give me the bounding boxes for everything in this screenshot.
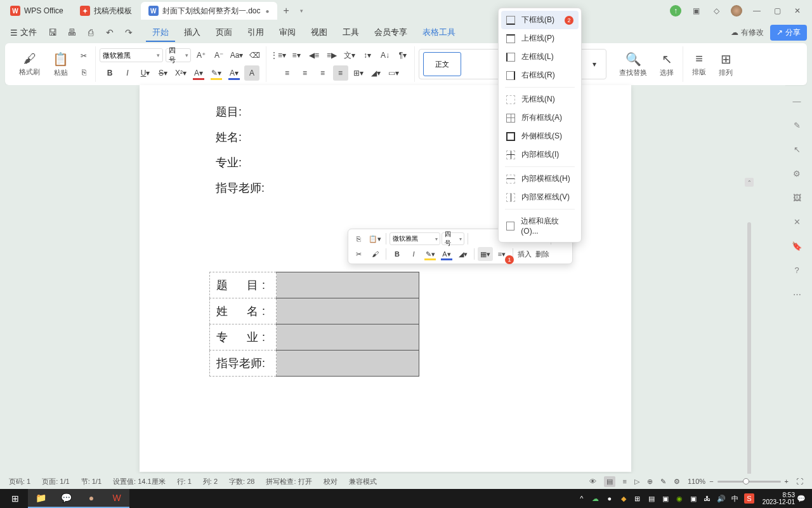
border-none-item[interactable]: 无框线(N) — [499, 90, 581, 109]
font-size-select[interactable]: 四号 — [166, 48, 191, 62]
view-page-icon[interactable]: ▤ — [604, 476, 615, 487]
revision-button[interactable]: ☁ 有修改 — [731, 27, 764, 38]
ft-size-select[interactable]: 四号 — [442, 232, 464, 245]
arrange-button[interactable]: ⊞ 排列 — [714, 49, 738, 80]
ft-paste-button[interactable]: 📋▾ — [367, 232, 383, 246]
view-read-icon[interactable]: ▷ — [634, 478, 639, 486]
scroll-thumb[interactable] — [747, 222, 751, 489]
border-dialog-item[interactable]: 边框和底纹(O)... — [499, 212, 581, 239]
status-words[interactable]: 字数: 28 — [229, 477, 254, 486]
ft-highlight-button[interactable]: ✎▾ — [422, 247, 438, 261]
status-proof[interactable]: 校对 — [324, 477, 337, 486]
taskbar-clock[interactable]: 8:53 2023-12-01 — [763, 491, 795, 505]
taskbar-wps[interactable]: W — [104, 489, 129, 508]
cut-button[interactable]: ✂ — [76, 48, 91, 64]
table-cell-label[interactable]: 题 目: — [210, 272, 277, 298]
tray-nvidia-icon[interactable]: ◉ — [674, 493, 684, 504]
print-preview-icon[interactable]: ⎙ — [84, 25, 98, 39]
tab-page[interactable]: 页面 — [209, 23, 239, 42]
ft-border-button[interactable]: ▦▾ — [478, 247, 493, 261]
taskbar-explorer[interactable]: 📁 — [28, 489, 53, 508]
ft-bold-button[interactable]: B — [390, 247, 405, 261]
line-spacing-button[interactable]: ↕▾ — [360, 48, 375, 63]
zoom-thumb[interactable] — [743, 478, 749, 485]
increase-font-button[interactable]: A⁺ — [193, 48, 209, 63]
tray-sogou-icon[interactable]: S — [744, 493, 754, 504]
border-top-item[interactable]: 上框线(P) — [499, 29, 581, 48]
cube-icon[interactable]: ◇ — [710, 5, 722, 17]
align-center-button[interactable]: ≡ — [298, 65, 313, 81]
sync-icon[interactable]: ↑ — [670, 5, 681, 17]
tab-view[interactable]: 视图 — [304, 23, 334, 42]
highlight-button[interactable]: ✎▾ — [209, 65, 224, 81]
side-image-icon[interactable]: 🖼 — [790, 190, 804, 204]
undo-icon[interactable]: ↶ — [103, 25, 117, 39]
document-table[interactable]: 题 目: 姓 名: 专 业: 指导老师: — [209, 272, 419, 377]
font-select[interactable]: 微软雅黑 — [100, 48, 163, 62]
notification-icon[interactable]: 💬 — [797, 495, 806, 503]
ft-font-select[interactable]: 微软雅黑 — [390, 232, 440, 245]
taskbar-wechat[interactable]: 💬 — [53, 489, 79, 508]
tray-icon4[interactable]: ▤ — [646, 493, 657, 504]
side-tools-icon[interactable]: ✕ — [790, 215, 804, 229]
format-painter-button[interactable]: 🖌 格式刷 — [14, 49, 45, 79]
underline-button[interactable]: U▾ — [138, 65, 153, 81]
table-cell-label[interactable]: 姓 名: — [210, 298, 277, 324]
char-shading-button[interactable]: A — [244, 65, 259, 81]
ft-format-painter-button[interactable]: 🖌 — [367, 247, 383, 261]
number-list-button[interactable]: ≡▾ — [289, 48, 304, 63]
tray-volume-icon[interactable]: 🔊 — [716, 493, 726, 504]
sort-button[interactable]: A↓ — [377, 48, 393, 63]
find-replace-button[interactable]: 🔍 查找替换 — [614, 49, 652, 80]
tray-cloud-icon[interactable]: ☁ — [591, 493, 601, 504]
ft-shading-button[interactable]: ◢▾ — [455, 247, 471, 261]
tray-expand-icon[interactable]: ^ — [577, 493, 587, 504]
ft-insert-button[interactable]: 插入 — [516, 247, 533, 261]
view-web-icon[interactable]: ⊕ — [647, 478, 653, 486]
print-icon[interactable]: 🖶 — [65, 25, 79, 39]
align-right-button[interactable]: ≡ — [315, 65, 331, 81]
side-edit-icon[interactable]: ✎ — [790, 118, 804, 132]
clear-format-button[interactable]: ⌫ — [247, 48, 262, 63]
side-settings-icon[interactable]: ⚙ — [790, 166, 804, 180]
font-color2-button[interactable]: A▾ — [226, 65, 242, 81]
align-justify-button[interactable]: ≡ — [333, 65, 348, 81]
table-cell-value[interactable] — [277, 351, 419, 377]
border-inside-v-item[interactable]: 内部竖框线(V) — [499, 188, 581, 206]
increase-indent-button[interactable]: ≡▶ — [324, 48, 339, 63]
tab-review[interactable]: 审阅 — [273, 23, 302, 42]
bold-button[interactable]: B — [102, 65, 117, 81]
tab-start[interactable]: 开始 — [146, 23, 175, 42]
status-page[interactable]: 页面: 1/1 — [42, 477, 69, 486]
change-case-button[interactable]: Aa▾ — [229, 48, 244, 63]
decrease-font-button[interactable]: A⁻ — [211, 48, 226, 63]
table-cell-label[interactable]: 指导老师: — [210, 351, 277, 377]
taskbar-app[interactable]: ● — [79, 489, 104, 508]
border-button[interactable]: ▭▾ — [386, 65, 402, 81]
align-left-button[interactable]: ≡ — [280, 65, 295, 81]
show-marks-button[interactable]: ¶▾ — [395, 48, 410, 63]
side-help-icon[interactable]: ? — [790, 263, 804, 277]
zoom-out-button[interactable]: − — [709, 478, 713, 485]
select-button[interactable]: ↖ 选择 — [655, 49, 679, 80]
ft-font-color-button[interactable]: A▾ — [439, 247, 454, 261]
side-collapse-icon[interactable]: — — [790, 94, 804, 108]
tab-add-button[interactable]: + — [278, 5, 294, 17]
start-button[interactable]: ⊞ — [3, 489, 28, 508]
settings-icon[interactable]: ⚙ — [674, 478, 680, 486]
shading-button[interactable]: ◢▾ — [369, 65, 384, 81]
status-section[interactable]: 节: 1/1 — [81, 477, 102, 486]
tray-network-icon[interactable]: 🖧 — [702, 493, 712, 504]
tab-template[interactable]: ✦ 找稿壳模板 — [72, 2, 140, 20]
table-cell-value[interactable] — [277, 324, 419, 351]
zoom-value[interactable]: 110% — [688, 478, 705, 485]
view-outline-icon[interactable]: ≡ — [623, 478, 627, 485]
minimize-button[interactable]: — — [751, 5, 763, 17]
font-color-button[interactable]: A▾ — [191, 65, 206, 81]
tab-wps-home[interactable]: W WPS Office — [3, 2, 71, 20]
tray-icon5[interactable]: ▣ — [660, 493, 671, 504]
zoom-slider[interactable] — [717, 481, 781, 483]
bullet-list-button[interactable]: ⋮≡▾ — [270, 48, 286, 63]
border-bottom-item[interactable]: 下框线(B) 2 — [501, 11, 579, 29]
side-bookmark-icon[interactable]: 🔖 — [790, 239, 804, 253]
